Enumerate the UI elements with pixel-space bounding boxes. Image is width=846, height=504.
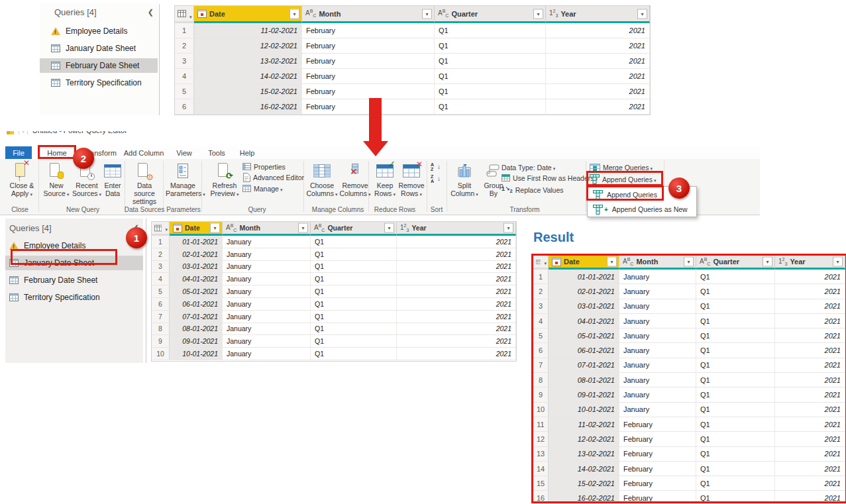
cell-month[interactable]: February <box>619 447 696 461</box>
cell-quarter[interactable]: Q1 <box>311 311 397 323</box>
column-header-date[interactable]: Date▾ <box>194 6 302 23</box>
row-number[interactable]: 9 <box>533 387 549 401</box>
merge-queries-button[interactable]: Merge Queries▾ <box>590 162 653 172</box>
manage-parameters-button[interactable]: Manage Parameters▾ <box>166 160 200 200</box>
cell-quarter[interactable]: Q1 <box>435 38 546 53</box>
row-number[interactable]: 3 <box>533 299 549 313</box>
cell-quarter[interactable]: Q1 <box>696 491 775 503</box>
cell-quarter[interactable]: Q1 <box>311 323 397 335</box>
filter-dropdown-icon[interactable]: ▾ <box>607 257 617 267</box>
cell-year[interactable]: 2021 <box>775 417 845 431</box>
cell-quarter[interactable]: Q1 <box>696 328 775 342</box>
cell-year[interactable]: 2021 <box>397 285 516 297</box>
append-queries-button[interactable]: Append Queries▾ <box>590 174 656 184</box>
remove-columns-button[interactable]: ✕ Remove Columns▾ <box>339 160 371 200</box>
cell-date[interactable]: 05-01-2021 <box>549 328 619 342</box>
cell-quarter[interactable]: Q1 <box>696 387 775 401</box>
enter-data-button[interactable]: Enter Data <box>101 160 125 200</box>
cell-date[interactable]: 15-02-2021 <box>194 84 302 99</box>
column-header-year[interactable]: 123Year▾ <box>775 256 845 270</box>
column-header-month[interactable]: ABCMonth▾ <box>223 222 311 236</box>
query-item-employee-details[interactable]: Employee Details <box>5 238 143 253</box>
tab-tools[interactable]: Tools <box>203 146 231 159</box>
cell-date[interactable]: 05-01-2021 <box>170 285 223 297</box>
cell-date[interactable]: 10-01-2021 <box>549 403 619 417</box>
cell-year[interactable]: 2021 <box>546 69 650 83</box>
row-number[interactable]: 4 <box>152 273 170 285</box>
cell-month[interactable]: January <box>223 348 311 360</box>
cell-date[interactable]: 04-01-2021 <box>170 273 223 285</box>
filter-dropdown-icon[interactable]: ▾ <box>503 223 513 233</box>
cell-month[interactable]: January <box>223 261 311 273</box>
filter-dropdown-icon[interactable]: ▾ <box>684 257 694 267</box>
cell-quarter[interactable]: Q1 <box>696 417 775 431</box>
cell-year[interactable]: 2021 <box>775 476 845 490</box>
cell-quarter[interactable]: Q1 <box>696 343 775 357</box>
table-select-all-button[interactable]: ▾ <box>175 6 194 23</box>
cell-month[interactable]: January <box>619 284 696 298</box>
cell-quarter[interactable]: Q1 <box>696 403 775 417</box>
filter-dropdown-icon[interactable]: ▾ <box>384 223 394 233</box>
cell-quarter[interactable]: Q1 <box>696 358 775 372</box>
cell-date[interactable]: 09-01-2021 <box>170 335 223 347</box>
cell-year[interactable]: 2021 <box>775 387 845 401</box>
cell-month[interactable]: February <box>619 417 696 431</box>
cell-quarter[interactable]: Q1 <box>696 432 775 446</box>
cell-date[interactable]: 08-01-2021 <box>170 323 223 335</box>
row-number[interactable]: 5 <box>175 84 194 99</box>
cell-month[interactable]: February <box>302 23 435 38</box>
cell-month[interactable]: January <box>223 335 311 347</box>
cell-month[interactable]: February <box>302 69 435 83</box>
cell-month[interactable]: February <box>619 462 696 476</box>
cell-date[interactable]: 02-01-2021 <box>549 284 619 298</box>
tab-file[interactable]: File <box>5 146 32 159</box>
cell-year[interactable]: 2021 <box>397 236 516 248</box>
cell-date[interactable]: 02-01-2021 <box>170 248 223 260</box>
row-number[interactable]: 3 <box>175 54 194 68</box>
column-header-date[interactable]: Date▾ <box>170 222 223 236</box>
cell-quarter[interactable]: Q1 <box>311 261 397 273</box>
row-number[interactable]: 6 <box>152 298 170 310</box>
row-number[interactable]: 5 <box>533 328 549 342</box>
cell-date[interactable]: 12-02-2021 <box>194 38 302 53</box>
cell-date[interactable]: 08-01-2021 <box>549 373 619 387</box>
row-number[interactable]: 10 <box>533 403 549 417</box>
row-number[interactable]: 12 <box>533 432 549 446</box>
row-number[interactable]: 4 <box>175 69 194 83</box>
cell-date[interactable]: 11-02-2021 <box>549 417 619 431</box>
row-number[interactable]: 13 <box>533 447 549 461</box>
cell-month[interactable]: January <box>223 273 311 285</box>
refresh-preview-button[interactable]: ⟳ Refresh Preview▾ <box>208 160 241 200</box>
row-number[interactable]: 9 <box>152 335 170 347</box>
tab-view[interactable]: View <box>171 146 197 159</box>
cell-year[interactable]: 2021 <box>775 373 845 387</box>
cell-date[interactable]: 01-01-2021 <box>170 236 223 248</box>
filter-dropdown-icon[interactable]: ▾ <box>210 223 220 233</box>
cell-year[interactable]: 2021 <box>546 54 650 68</box>
cell-year[interactable]: 2021 <box>397 335 516 347</box>
cell-year[interactable]: 2021 <box>546 99 650 114</box>
cell-month[interactable]: February <box>619 491 696 503</box>
cell-date[interactable]: 03-01-2021 <box>170 261 223 273</box>
cell-year[interactable]: 2021 <box>775 403 845 417</box>
cell-year[interactable]: 2021 <box>397 248 516 260</box>
row-number[interactable]: 8 <box>152 323 170 335</box>
column-header-date[interactable]: Date▾ <box>549 256 619 270</box>
cell-quarter[interactable]: Q1 <box>311 348 397 360</box>
cell-month[interactable]: February <box>302 99 435 114</box>
cell-month[interactable]: January <box>619 270 696 283</box>
filter-dropdown-icon[interactable]: ▾ <box>533 9 543 19</box>
row-number[interactable]: 5 <box>152 285 170 297</box>
sort-descending-button[interactable]: ZA↓ <box>431 174 441 183</box>
keep-rows-button[interactable]: ✓ Keep Rows▾ <box>372 160 397 200</box>
cell-year[interactable]: 2021 <box>397 348 516 360</box>
column-header-quarter[interactable]: ABCQuarter▾ <box>311 222 397 236</box>
row-number[interactable]: 2 <box>152 248 170 260</box>
cell-month[interactable]: January <box>619 343 696 357</box>
cell-quarter[interactable]: Q1 <box>696 476 775 490</box>
query-item-territory-specification[interactable]: Territory Specification <box>5 290 143 305</box>
cell-month[interactable]: January <box>619 387 696 401</box>
cell-year[interactable]: 2021 <box>397 261 516 273</box>
query-item-february-date-sheet[interactable]: February Date Sheet <box>5 273 143 287</box>
cell-date[interactable]: 07-01-2021 <box>170 311 223 323</box>
